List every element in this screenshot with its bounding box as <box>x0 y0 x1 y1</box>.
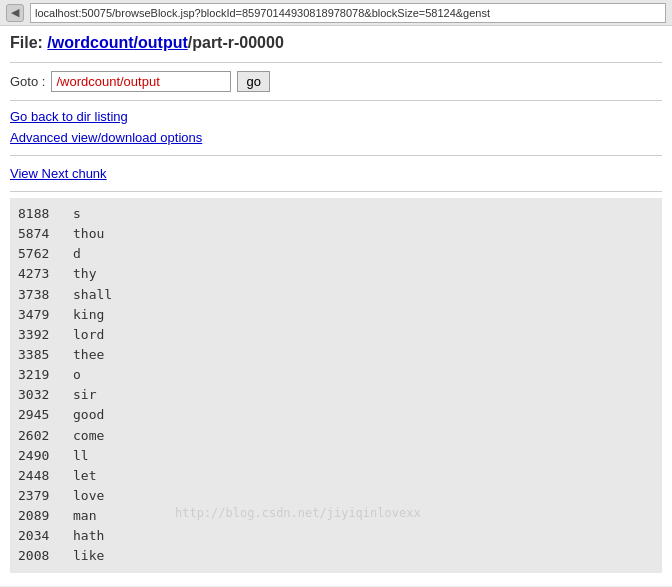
table-row: 5874thou <box>18 224 654 244</box>
file-title: File: /wordcount/output/part-r-00000 <box>10 34 662 52</box>
data-count: 4273 <box>18 264 73 284</box>
path-output-link[interactable]: /output <box>134 34 188 51</box>
goto-button[interactable]: go <box>237 71 269 92</box>
goto-input[interactable] <box>51 71 231 92</box>
data-word: thy <box>73 264 96 284</box>
back-button[interactable]: ◀ <box>6 4 24 22</box>
data-word: shall <box>73 285 112 305</box>
table-row: 5762d <box>18 244 654 264</box>
data-word: man <box>73 506 96 526</box>
table-row: 2089man <box>18 506 654 526</box>
data-word: like <box>73 546 104 566</box>
data-count: 2945 <box>18 405 73 425</box>
divider-4 <box>10 191 662 192</box>
data-word: hath <box>73 526 104 546</box>
data-count: 3032 <box>18 385 73 405</box>
data-count: 3219 <box>18 365 73 385</box>
data-word: s <box>73 204 81 224</box>
divider-2 <box>10 100 662 101</box>
browser-bar: ◀ localhost:50075/browseBlock.jsp?blockI… <box>0 0 672 26</box>
divider-3 <box>10 155 662 156</box>
page-content: File: /wordcount/output/part-r-00000 Got… <box>0 26 672 586</box>
data-word: thee <box>73 345 104 365</box>
data-word: come <box>73 426 104 446</box>
data-word: love <box>73 486 104 506</box>
data-count: 2008 <box>18 546 73 566</box>
data-rows-container: 8188s5874thou5762d4273thy3738shall3479ki… <box>18 204 654 567</box>
address-bar[interactable]: localhost:50075/browseBlock.jsp?blockId=… <box>30 3 666 23</box>
next-chunk-section: View Next chunk <box>10 162 662 185</box>
table-row: 3479king <box>18 305 654 325</box>
data-word: let <box>73 466 96 486</box>
table-row: 8188s <box>18 204 654 224</box>
data-count: 5874 <box>18 224 73 244</box>
data-word: king <box>73 305 104 325</box>
data-word: o <box>73 365 81 385</box>
table-row: 2602come <box>18 426 654 446</box>
goto-section: Goto : go <box>10 71 662 92</box>
table-row: 2448let <box>18 466 654 486</box>
data-count: 3738 <box>18 285 73 305</box>
goto-label: Goto : <box>10 74 45 89</box>
divider-1 <box>10 62 662 63</box>
data-word: sir <box>73 385 96 405</box>
table-row: 2945good <box>18 405 654 425</box>
table-row: 3392lord <box>18 325 654 345</box>
advanced-view-link[interactable]: Advanced view/download options <box>10 128 662 149</box>
data-word: lord <box>73 325 104 345</box>
table-row: 3032sir <box>18 385 654 405</box>
back-to-dir-link[interactable]: Go back to dir listing <box>10 107 662 128</box>
file-label: File: <box>10 34 47 51</box>
table-row: 3385thee <box>18 345 654 365</box>
links-section: Go back to dir listing Advanced view/dow… <box>10 107 662 149</box>
data-count: 2490 <box>18 446 73 466</box>
next-chunk-link[interactable]: View Next chunk <box>10 166 107 181</box>
data-count: 2448 <box>18 466 73 486</box>
table-row: 2379love <box>18 486 654 506</box>
table-row: 2008like <box>18 546 654 566</box>
table-row: 3738shall <box>18 285 654 305</box>
data-count: 3479 <box>18 305 73 325</box>
table-row: 3219o <box>18 365 654 385</box>
data-word: thou <box>73 224 104 244</box>
back-icon: ◀ <box>11 6 19 19</box>
path-filename: /part-r-00000 <box>188 34 284 51</box>
data-section: http://blog.csdn.net/jiyiqinlovexx 8188s… <box>10 198 662 573</box>
data-count: 5762 <box>18 244 73 264</box>
path-wordcount-link[interactable]: /wordcount <box>47 34 133 51</box>
data-count: 3385 <box>18 345 73 365</box>
data-count: 3392 <box>18 325 73 345</box>
data-word: d <box>73 244 81 264</box>
data-count: 2379 <box>18 486 73 506</box>
data-count: 2034 <box>18 526 73 546</box>
table-row: 2034hath <box>18 526 654 546</box>
url-text: localhost:50075/browseBlock.jsp?blockId=… <box>35 7 490 19</box>
table-row: 4273thy <box>18 264 654 284</box>
data-count: 8188 <box>18 204 73 224</box>
data-word: good <box>73 405 104 425</box>
data-count: 2089 <box>18 506 73 526</box>
data-count: 2602 <box>18 426 73 446</box>
data-word: ll <box>73 446 89 466</box>
table-row: 2490ll <box>18 446 654 466</box>
